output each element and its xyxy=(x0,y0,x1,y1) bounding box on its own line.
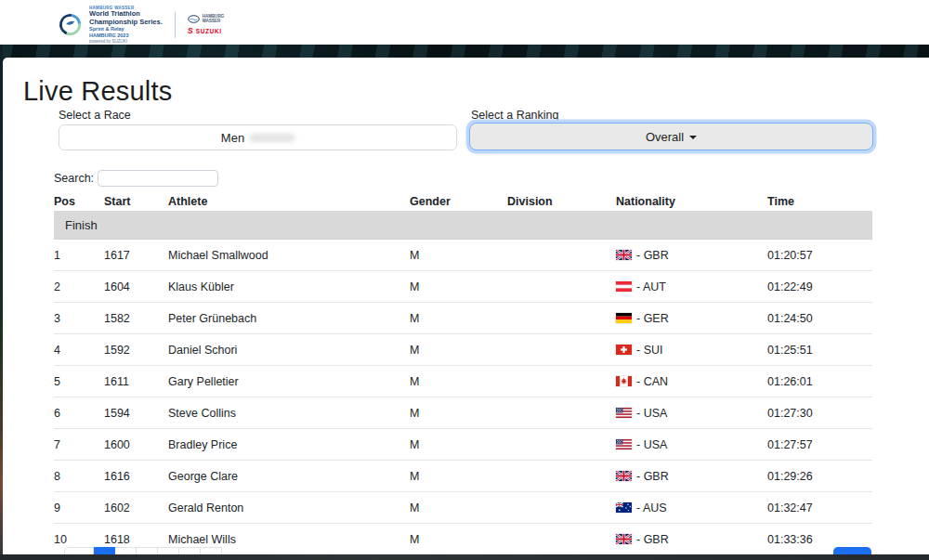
suzuki-s-icon: S xyxy=(188,27,193,35)
cell-time: 01:22:49 xyxy=(767,280,872,293)
pagination-button[interactable] xyxy=(201,547,222,554)
cell-athlete: Steve Collins xyxy=(168,407,410,420)
hamburg-wasser-text: HAMBURG WASSER xyxy=(203,15,225,24)
world-triathlon-swirl-icon xyxy=(58,12,83,37)
cell-gender: M xyxy=(410,407,507,420)
country-flag-icon xyxy=(616,281,632,292)
table-row: 2 1604 Klaus Kübler M - AUT 01:22:49 xyxy=(54,271,872,303)
race-select-redacted-text xyxy=(250,134,294,142)
cell-gender: M xyxy=(410,312,507,325)
table-row: 5 1611 Gary Pelletier M - CAN 01:26:01 xyxy=(54,366,872,397)
nationality-label: - GBR xyxy=(636,533,669,546)
finish-group-row: Finish xyxy=(54,211,872,239)
chevron-down-icon xyxy=(689,136,697,139)
column-header-pos[interactable]: Pos xyxy=(54,195,104,208)
event-logo-text: HAMBURG WASSER World Triathlon Champions… xyxy=(89,6,163,44)
nationality-label: - AUT xyxy=(636,280,666,293)
page-title: Live Results xyxy=(23,76,172,107)
column-header-nationality[interactable]: Nationality xyxy=(616,195,767,208)
cell-time: 01:32:47 xyxy=(767,501,872,514)
country-flag-icon xyxy=(616,502,632,513)
pagination xyxy=(64,547,222,554)
cell-start: 1592 xyxy=(104,344,168,357)
page-background-bottom-edge xyxy=(0,554,929,560)
hamburg-wasser-logo: HAMBURG WASSER xyxy=(188,15,225,24)
brand-sub-line2: HAMBURG 2023 xyxy=(89,33,163,38)
cell-pos: 8 xyxy=(54,470,104,483)
cell-athlete: Michael Smallwood xyxy=(168,249,410,262)
nationality-label: - USA xyxy=(636,438,667,451)
cell-nationality: - AUT xyxy=(616,280,767,293)
country-flag-icon xyxy=(616,376,632,386)
pagination-button[interactable] xyxy=(137,547,158,554)
race-select-dropdown[interactable]: Men xyxy=(59,124,457,150)
cell-time: 01:33:36 xyxy=(767,533,872,546)
nationality-label: - USA xyxy=(636,407,667,420)
column-header-athlete[interactable]: Athlete xyxy=(168,195,410,208)
cell-athlete: Daniel Schori xyxy=(168,344,410,357)
cell-gender: M xyxy=(410,344,507,357)
cell-start: 1611 xyxy=(104,375,168,388)
table-row: 8 1616 George Clare M - GBR 01:29:26 xyxy=(54,461,872,492)
nationality-label: - SUI xyxy=(636,344,662,357)
cell-nationality: - USA xyxy=(616,438,767,451)
search-label: Search: xyxy=(54,172,94,185)
table-row: 3 1582 Peter Grünebach M - GER 01:24:50 xyxy=(54,303,872,334)
cell-pos: 7 xyxy=(54,438,104,451)
country-flag-icon xyxy=(616,439,632,449)
event-logo-link[interactable]: HAMBURG WASSER World Triathlon Champions… xyxy=(58,6,224,44)
pagination-button[interactable] xyxy=(115,547,137,554)
cell-time: 01:24:50 xyxy=(767,312,872,325)
cell-pos: 1 xyxy=(54,249,104,262)
cell-athlete: George Clare xyxy=(168,470,410,483)
country-flag-icon xyxy=(616,345,632,355)
pagination-button[interactable] xyxy=(179,547,201,554)
search-control: Search: xyxy=(54,170,218,187)
column-header-gender[interactable]: Gender xyxy=(410,195,507,208)
cell-pos: 3 xyxy=(54,312,104,325)
suzuki-logo: S SUZUKI xyxy=(188,27,225,35)
hamburg-wasser-icon xyxy=(188,15,200,23)
ranking-select-value: Overall xyxy=(646,130,684,144)
select-race-label: Select a Race xyxy=(59,109,131,122)
cell-gender: M xyxy=(410,501,507,514)
cell-time: 01:25:51 xyxy=(767,344,872,357)
cell-start: 1600 xyxy=(104,438,168,451)
table-row: 6 1594 Steve Collins M - USA 01:27:30 xyxy=(54,397,872,429)
pagination-next-button[interactable] xyxy=(833,547,871,554)
cell-start: 1616 xyxy=(104,470,168,483)
cell-nationality: - USA xyxy=(616,407,767,420)
results-table: PosStartAthleteGenderDivisionNationality… xyxy=(54,192,872,554)
logo-divider xyxy=(175,12,176,38)
race-select-value: Men xyxy=(221,131,244,145)
column-header-start[interactable]: Start xyxy=(104,195,168,208)
cell-time: 01:27:30 xyxy=(767,407,872,420)
cell-nationality: - CAN xyxy=(616,375,767,388)
cell-athlete: Michael Wills xyxy=(168,533,410,546)
pagination-page-active[interactable] xyxy=(94,547,115,554)
country-flag-icon xyxy=(616,250,632,260)
cell-gender: M xyxy=(410,280,507,293)
ranking-select-dropdown[interactable]: Overall xyxy=(469,123,873,150)
cell-nationality: - GBR xyxy=(616,533,767,546)
nationality-label: - AUS xyxy=(636,501,667,514)
column-header-time[interactable]: Time xyxy=(767,195,872,208)
column-header-division[interactable]: Division xyxy=(507,195,616,208)
cell-athlete: Klaus Kübler xyxy=(168,280,410,293)
country-flag-icon xyxy=(616,534,632,544)
cell-pos: 5 xyxy=(54,375,104,388)
cell-time: 01:29:26 xyxy=(767,470,872,483)
cell-gender: M xyxy=(410,470,507,483)
top-header-bar: HAMBURG WASSER World Triathlon Champions… xyxy=(0,0,929,45)
page-background-left-edge xyxy=(0,45,3,560)
cell-gender: M xyxy=(410,533,507,546)
pagination-button[interactable] xyxy=(64,547,94,554)
partner-logos: HAMBURG WASSER S SUZUKI xyxy=(188,15,225,35)
pagination-button[interactable] xyxy=(158,547,179,554)
cell-nationality: - SUI xyxy=(616,344,767,357)
search-input[interactable] xyxy=(98,170,218,187)
cell-time: 01:26:01 xyxy=(767,375,872,388)
cell-start: 1617 xyxy=(104,249,168,262)
live-results-card: Live Results Select a Race Men Select a … xyxy=(3,58,929,554)
cell-start: 1582 xyxy=(104,312,168,325)
